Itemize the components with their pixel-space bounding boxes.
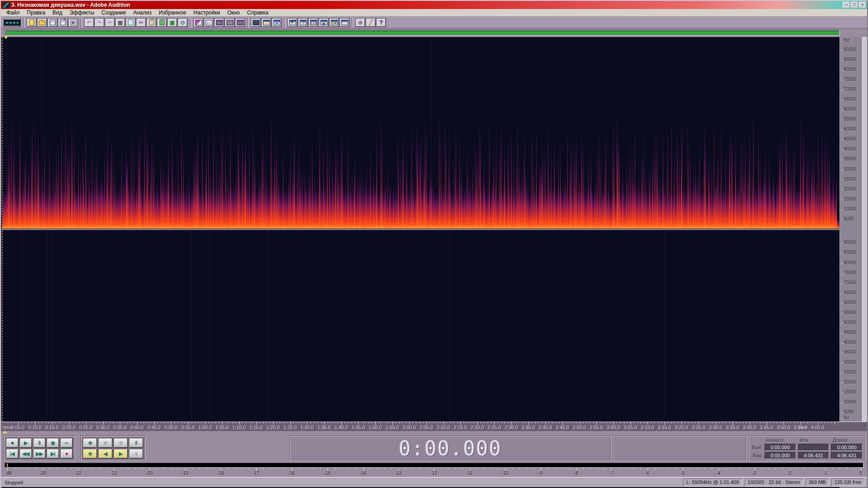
time-format-panel-icon: 0:15	[310, 20, 317, 25]
timeline-tick	[518, 422, 519, 423]
new-file-button[interactable]	[27, 18, 37, 27]
clock-panel-button[interactable]	[298, 18, 308, 27]
freq-label: 45000	[841, 330, 856, 335]
zoom-in-button[interactable]: ⊕	[83, 438, 97, 448]
copy-button[interactable]	[126, 18, 136, 27]
scripts-button[interactable]: ⊛	[355, 18, 365, 27]
db-ruler[interactable]: dB-23-22-21-20-19-18-17-16-15-14-13-12-1…	[1, 468, 867, 477]
db-tick	[356, 468, 356, 469]
grid-panel-button[interactable]: ▦	[319, 18, 329, 27]
menu-Настройки[interactable]: Настройки	[190, 9, 224, 16]
paste-to-new-button[interactable]	[157, 18, 167, 27]
save-file-as-button[interactable]	[58, 18, 68, 27]
info-field[interactable]: 4:06.431	[831, 452, 863, 459]
spectral-view-button[interactable]	[204, 18, 214, 27]
paste-button[interactable]	[146, 18, 156, 27]
zoom-selection-right-button[interactable]: ▶	[113, 449, 128, 459]
spectrogram-left-channel[interactable]	[2, 37, 840, 229]
timeline-tick	[678, 422, 679, 423]
status-segment: 369 MB	[806, 479, 829, 486]
timeline-ruler[interactable]: hmshms0:05.00:10.00:15.00:20.00:25.00:30…	[1, 422, 867, 431]
zoom-to-selection-button[interactable]: ⊕	[83, 449, 97, 459]
timeline-tick	[99, 422, 100, 423]
info-field[interactable]: 0:00.000	[764, 452, 796, 459]
db-label: -12	[431, 471, 437, 476]
timeline-tick	[280, 422, 280, 423]
undo-button[interactable]: ↶	[84, 18, 94, 27]
cue-list-window-button[interactable]	[261, 18, 271, 27]
menu-Справка[interactable]: Справка	[244, 9, 272, 16]
info-field[interactable]: 4:06.431	[798, 452, 830, 459]
restore-button[interactable]: □	[851, 2, 858, 8]
frequency-ruler-right-channel[interactable]: Hz90000850008000075000700006500060000550…	[840, 230, 861, 422]
menu-Создание[interactable]: Создание	[98, 9, 129, 16]
menu-Вид[interactable]: Вид	[49, 9, 66, 16]
navigator-range-bar[interactable]	[6, 31, 839, 35]
level-meter[interactable]	[1, 462, 867, 468]
play-looped-button[interactable]: ◉	[47, 438, 59, 448]
help-button[interactable]: ?	[376, 18, 386, 27]
info-field[interactable]	[798, 444, 830, 451]
rewind-button[interactable]: ◀◀	[19, 449, 32, 459]
db-tick	[619, 468, 619, 469]
time-format-panel-button[interactable]: 0:15	[308, 18, 318, 27]
info-field[interactable]: 0:00.000	[764, 444, 796, 451]
frequency-analysis-button[interactable]	[214, 18, 224, 27]
save-all-button[interactable]: ▦	[68, 18, 78, 27]
go-to-start-button[interactable]: |◀	[6, 449, 19, 459]
waveform-view-button[interactable]	[193, 18, 203, 27]
menu-Избранное[interactable]: Избранное	[155, 9, 190, 16]
mix-paste-button[interactable]: ▣	[167, 18, 177, 27]
menu-Анализ[interactable]: Анализ	[129, 9, 155, 16]
cut-button[interactable]: ✂	[136, 18, 146, 27]
redo-button[interactable]: ↷	[94, 18, 104, 27]
zoom-in-vertical-button[interactable]: ⇕	[129, 438, 143, 448]
timeline-ticks[interactable]: hmshms0:05.00:10.00:15.00:20.00:25.00:30…	[1, 422, 840, 431]
playhead-marker-top[interactable]	[4, 36, 8, 39]
pause-button[interactable]: Ⅱ	[33, 438, 46, 448]
loop-button[interactable]: ∞	[60, 438, 73, 448]
play-list-window-button[interactable]	[272, 18, 282, 27]
vertical-scrollbar[interactable]	[861, 37, 867, 422]
title-bar[interactable]: 3. Незнакомая девушка.wav - Adobe Auditi…	[1, 1, 867, 9]
toolbar-group: ▦	[25, 18, 80, 27]
menu-Правка[interactable]: Правка	[24, 9, 49, 16]
frequency-ruler-left-channel[interactable]: Hz90000850008000075000700006500060000550…	[840, 37, 861, 229]
go-to-end-button[interactable]: ▶|	[47, 449, 59, 459]
organizer-window-button[interactable]	[251, 18, 261, 27]
fast-forward-button[interactable]: ▶▶	[33, 449, 46, 459]
menu-Эффекты[interactable]: Эффекты	[66, 9, 98, 16]
delete-selection-button[interactable]: ⊙	[178, 18, 188, 27]
blank-panel-button[interactable]	[340, 18, 349, 27]
save-file-button[interactable]	[47, 18, 57, 27]
freq-label: 45000	[841, 136, 856, 141]
amplitude-statistics-button[interactable]	[235, 18, 245, 27]
trim-button[interactable]: ✂	[105, 18, 115, 27]
play-button[interactable]: ▶	[19, 438, 32, 448]
palette-panel-button[interactable]	[329, 18, 339, 27]
stop-button[interactable]: ■	[6, 438, 19, 448]
level-meter-bar[interactable]	[5, 463, 863, 468]
info-field[interactable]: 0:00.000	[831, 444, 863, 451]
db-tick	[583, 468, 584, 469]
timeline-tick	[348, 422, 349, 423]
timeline-label: 0:05.0	[11, 425, 24, 430]
playhead-marker-bottom[interactable]	[3, 431, 7, 433]
zoom-selection-left-button[interactable]: ◀	[98, 449, 113, 459]
open-file-button[interactable]	[37, 18, 47, 27]
edit-multitrack-view-toggle-button[interactable]	[4, 18, 21, 27]
convert-sample-type-button[interactable]: ▦	[115, 18, 125, 27]
timeline-tick	[712, 422, 712, 423]
menu-Окно[interactable]: Окно	[224, 9, 244, 16]
record-button[interactable]: ●	[60, 449, 73, 459]
cursor-panel-button[interactable]	[288, 18, 297, 27]
timeline-tick	[48, 422, 49, 423]
minimize-button[interactable]: ─	[843, 2, 850, 8]
timeline-tick	[576, 422, 576, 423]
freq-label: 90000	[841, 47, 856, 52]
close-button[interactable]: ×	[859, 2, 866, 8]
phase-analysis-button[interactable]	[225, 18, 235, 27]
frequency-ruler[interactable]: Hz90000850008000075000700006500060000550…	[840, 37, 861, 422]
menu-Файл[interactable]: Файл	[3, 9, 24, 16]
favorites-edit-button[interactable]: ╱	[366, 18, 376, 27]
